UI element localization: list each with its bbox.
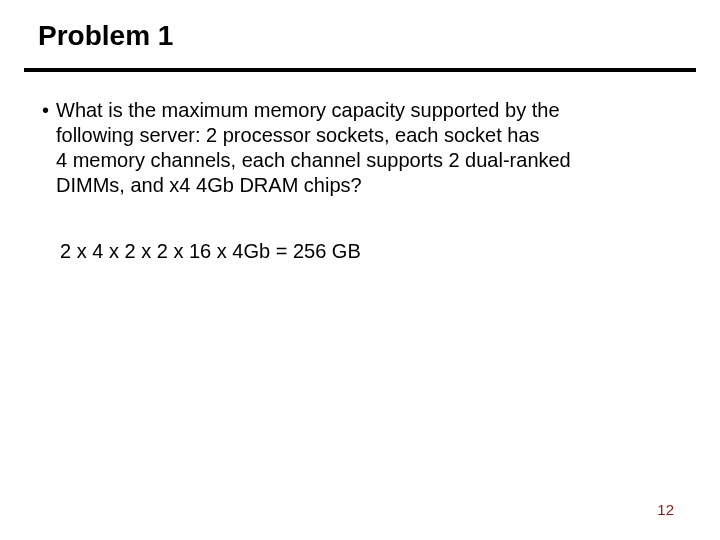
body-text: • What is the maximum memory capacity su… <box>42 98 682 198</box>
bullet-item: • What is the maximum memory capacity su… <box>42 98 682 198</box>
bullet-line-2: following server: 2 processor sockets, e… <box>56 124 540 146</box>
answer-text: 2 x 4 x 2 x 2 x 16 x 4Gb = 256 GB <box>60 240 361 263</box>
slide-title: Problem 1 <box>38 20 173 52</box>
bullet-line-1: What is the maximum memory capacity supp… <box>56 99 560 121</box>
horizontal-rule <box>24 68 696 72</box>
page-number: 12 <box>657 501 674 518</box>
bullet-line-4: DIMMs, and x4 4Gb DRAM chips? <box>56 174 362 196</box>
bullet-line-3: 4 memory channels, each channel supports… <box>56 149 571 171</box>
slide: Problem 1 • What is the maximum memory c… <box>0 0 720 540</box>
bullet-mark: • <box>42 98 56 198</box>
bullet-text: What is the maximum memory capacity supp… <box>56 98 682 198</box>
